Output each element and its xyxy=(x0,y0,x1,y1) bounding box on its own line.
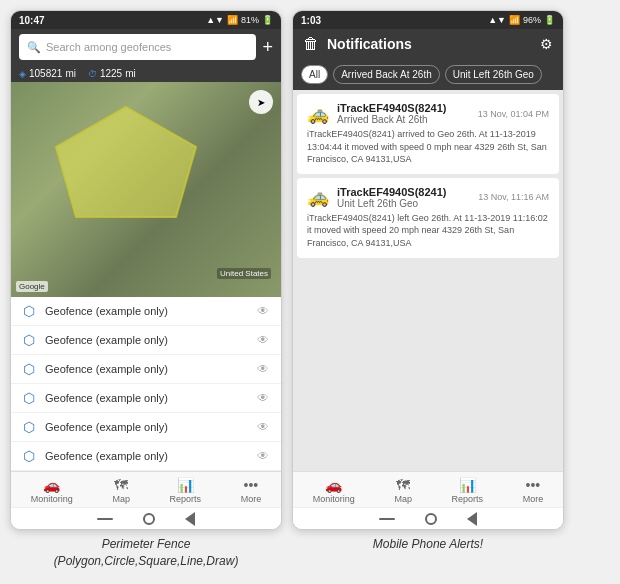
android-navigation-bar xyxy=(11,507,281,529)
right-bottom-navigation: 🚗 Monitoring 🗺 Map 📊 Reports ••• More xyxy=(293,471,563,507)
geofence-label: Geofence (example only) xyxy=(45,305,247,317)
nav-more-label: More xyxy=(241,494,262,504)
odometer-stat: ◈ 105821 mi xyxy=(19,68,76,79)
list-item[interactable]: ⬡ Geofence (example only) 👁 xyxy=(11,355,281,384)
right-nav-map[interactable]: 🗺 Map xyxy=(394,477,412,504)
battery-icon: 🔋 xyxy=(262,15,273,25)
timer-unit: mi xyxy=(125,68,136,79)
right-nav-monitoring[interactable]: 🚗 Monitoring xyxy=(313,477,355,504)
notification-item[interactable]: 🚕 iTrackEF4940S(8241) Arrived Back At 26… xyxy=(297,94,559,174)
nav-reports[interactable]: 📊 Reports xyxy=(170,477,202,504)
right-battery-level: 96% xyxy=(523,15,541,25)
right-nav-reports[interactable]: 📊 Reports xyxy=(452,477,484,504)
reports-icon: 📊 xyxy=(177,477,194,493)
visibility-icon[interactable]: 👁 xyxy=(257,391,269,405)
notification-list: 🚕 iTrackEF4940S(8241) Arrived Back At 26… xyxy=(293,90,563,471)
vehicle-icon: 🚕 xyxy=(307,186,329,208)
list-item[interactable]: ⬡ Geofence (example only) 👁 xyxy=(11,384,281,413)
notifications-header: 🗑 Notifications ⚙ xyxy=(293,29,563,59)
right-nav-more[interactable]: ••• More xyxy=(523,477,544,504)
android-menu-button[interactable] xyxy=(97,518,113,520)
geofence-icon: ⬡ xyxy=(23,448,35,464)
notification-item[interactable]: 🚕 iTrackEF4940S(8241) Unit Left 26th Geo… xyxy=(297,178,559,258)
google-attribution: Google xyxy=(16,281,48,292)
timer-stat: ⏱ 1225 mi xyxy=(88,68,136,79)
right-map-icon: 🗺 xyxy=(396,477,410,493)
svg-marker-0 xyxy=(56,107,196,217)
visibility-icon[interactable]: 👁 xyxy=(257,304,269,318)
filter-all-button[interactable]: All xyxy=(301,65,328,84)
geofence-icon: ⬡ xyxy=(23,303,35,319)
trash-icon[interactable]: 🗑 xyxy=(303,35,319,53)
geofence-icon: ⬡ xyxy=(23,332,35,348)
filter-arrived-button[interactable]: Arrived Back At 26th xyxy=(333,65,440,84)
stats-bar: ◈ 105821 mi ⏱ 1225 mi xyxy=(11,65,281,82)
odometer-unit: mi xyxy=(65,68,76,79)
nav-reports-label: Reports xyxy=(170,494,202,504)
map-icon: 🗺 xyxy=(114,477,128,493)
left-time: 10:47 xyxy=(19,15,45,26)
right-battery-icon: 🔋 xyxy=(544,15,555,25)
notification-description: iTrackEF4940S(8241) arrived to Geo 26th.… xyxy=(307,128,549,166)
left-caption: Perimeter Fence(Polygon,Circle,Square,Li… xyxy=(54,536,239,570)
right-monitoring-icon: 🚗 xyxy=(325,477,342,493)
geofence-polygon xyxy=(51,102,201,232)
device-name: iTrackEF4940S(8241) xyxy=(337,186,470,198)
search-placeholder: Search among geofences xyxy=(46,41,171,53)
right-android-menu-button[interactable] xyxy=(379,518,395,520)
geofence-label: Geofence (example only) xyxy=(45,334,247,346)
list-item[interactable]: ⬡ Geofence (example only) 👁 xyxy=(11,413,281,442)
list-item[interactable]: ⬡ Geofence (example only) 👁 xyxy=(11,442,281,471)
wifi-icon: 📶 xyxy=(227,15,238,25)
geofence-label: Geofence (example only) xyxy=(45,392,247,404)
right-android-home-button[interactable] xyxy=(425,513,437,525)
bottom-navigation: 🚗 Monitoring 🗺 Map 📊 Reports ••• More xyxy=(11,471,281,507)
event-type: Unit Left 26th Geo xyxy=(337,198,470,209)
nav-monitoring[interactable]: 🚗 Monitoring xyxy=(31,477,73,504)
right-nav-more-label: More xyxy=(523,494,544,504)
geofence-list: ⬡ Geofence (example only) 👁 ⬡ Geofence (… xyxy=(11,297,281,471)
map-region-label: United States xyxy=(217,268,271,279)
odometer-icon: ◈ xyxy=(19,69,26,79)
right-phone: 1:03 ▲▼ 📶 96% 🔋 🗑 Notifications ⚙ All Ar… xyxy=(292,10,564,530)
right-wifi-icon: 📶 xyxy=(509,15,520,25)
notifications-title: Notifications xyxy=(327,36,532,52)
visibility-icon[interactable]: 👁 xyxy=(257,449,269,463)
visibility-icon[interactable]: 👁 xyxy=(257,420,269,434)
right-signal-icon: ▲▼ xyxy=(488,15,506,25)
right-reports-icon: 📊 xyxy=(459,477,476,493)
filter-bar: All Arrived Back At 26th Unit Left 26th … xyxy=(293,59,563,90)
add-geofence-button[interactable]: + xyxy=(262,37,273,58)
search-input[interactable]: 🔍 Search among geofences xyxy=(19,34,256,60)
vehicle-icon: 🚕 xyxy=(307,103,329,125)
geofence-icon: ⬡ xyxy=(23,361,35,377)
timer-icon: ⏱ xyxy=(88,69,97,79)
visibility-icon[interactable]: 👁 xyxy=(257,333,269,347)
right-android-navigation-bar xyxy=(293,507,563,529)
notif-meta: iTrackEF4940S(8241) Unit Left 26th Geo xyxy=(337,186,470,209)
geofence-icon: ⬡ xyxy=(23,419,35,435)
geofence-label: Geofence (example only) xyxy=(45,421,247,433)
nav-map[interactable]: 🗺 Map xyxy=(112,477,130,504)
right-nav-reports-label: Reports xyxy=(452,494,484,504)
visibility-icon[interactable]: 👁 xyxy=(257,362,269,376)
filter-left-button[interactable]: Unit Left 26th Geo xyxy=(445,65,542,84)
left-search-bar: 🔍 Search among geofences + xyxy=(11,29,281,65)
list-item[interactable]: ⬡ Geofence (example only) 👁 xyxy=(11,297,281,326)
right-status-icons: ▲▼ 📶 96% 🔋 xyxy=(488,15,555,25)
android-back-button[interactable] xyxy=(185,512,195,526)
timer-value: 1225 xyxy=(100,68,122,79)
compass-button[interactable]: ➤ xyxy=(249,90,273,114)
settings-gear-icon[interactable]: ⚙ xyxy=(540,36,553,52)
map-area[interactable]: ➤ United States Google xyxy=(11,82,281,297)
right-android-back-button[interactable] xyxy=(467,512,477,526)
right-more-icon: ••• xyxy=(526,477,541,493)
nav-more[interactable]: ••• More xyxy=(241,477,262,504)
geofence-label: Geofence (example only) xyxy=(45,450,247,462)
monitoring-icon: 🚗 xyxy=(43,477,60,493)
android-home-button[interactable] xyxy=(143,513,155,525)
left-phone: 10:47 ▲▼ 📶 81% 🔋 🔍 Search among geofence… xyxy=(10,10,282,530)
notification-time: 13 Nov, 11:16 AM xyxy=(478,192,549,202)
device-name: iTrackEF4940S(8241) xyxy=(337,102,470,114)
list-item[interactable]: ⬡ Geofence (example only) 👁 xyxy=(11,326,281,355)
